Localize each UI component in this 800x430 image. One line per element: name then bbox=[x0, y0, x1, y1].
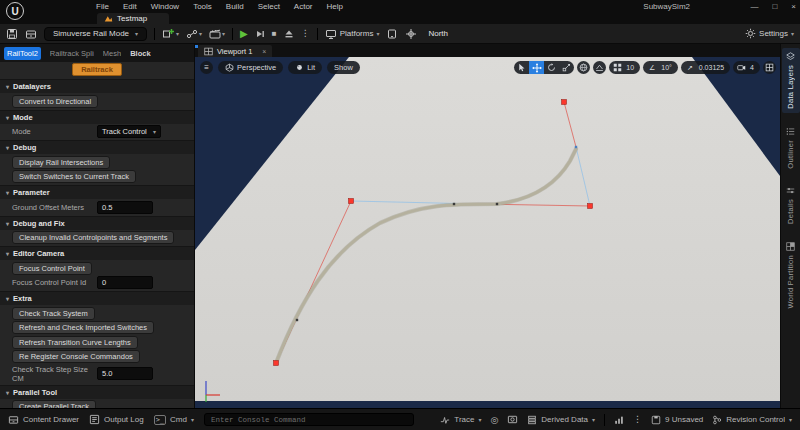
blueprints-button[interactable]: ▾ bbox=[186, 28, 202, 40]
menu-file[interactable]: File bbox=[96, 2, 109, 11]
section-header[interactable]: ▾Debug and Fix bbox=[0, 216, 194, 230]
field-select[interactable]: Track Control▾ bbox=[97, 125, 161, 138]
menu-actor[interactable]: Actor bbox=[294, 2, 313, 11]
show-dropdown[interactable]: Show bbox=[327, 61, 360, 74]
section-header[interactable]: ▾Parameter bbox=[0, 185, 194, 199]
panel-button[interactable]: Cleanup Invalid Controlpoints and Segmen… bbox=[12, 231, 174, 244]
panel-button[interactable]: Re Register Console Commandos bbox=[12, 350, 140, 363]
revision-control-dropdown[interactable]: Revision Control ▾ bbox=[712, 415, 792, 425]
screenshot-icon[interactable] bbox=[507, 414, 518, 425]
maximize-viewport-button[interactable] bbox=[763, 61, 776, 74]
frame-skip-button[interactable] bbox=[255, 29, 265, 39]
trace-dropdown[interactable]: Trace ▾ bbox=[440, 415, 481, 425]
select-tool[interactable] bbox=[514, 61, 529, 74]
field-input[interactable]: 5.0 bbox=[97, 367, 153, 380]
content-drawer-button[interactable]: Content Drawer bbox=[8, 414, 79, 425]
output-log-button[interactable]: Output Log bbox=[89, 414, 144, 425]
section-title: Debug and Fix bbox=[13, 219, 65, 228]
field-input[interactable]: 0 bbox=[97, 276, 153, 289]
viewport-options-hamburger[interactable]: ≡ bbox=[200, 61, 213, 74]
locate-icon[interactable] bbox=[405, 28, 417, 40]
save-icon[interactable] bbox=[6, 28, 18, 40]
surface-snap-toggle[interactable] bbox=[593, 61, 606, 74]
section-header[interactable]: ▾Extra bbox=[0, 291, 194, 305]
grid-snap-control[interactable]: 10 bbox=[609, 61, 640, 74]
scale-tool[interactable] bbox=[559, 61, 574, 74]
spline-mid-point[interactable] bbox=[496, 203, 498, 205]
tool-block[interactable]: Block bbox=[130, 49, 150, 58]
panel-button[interactable]: Refresh Transition Curve Lengths bbox=[12, 336, 138, 349]
add-actor-button[interactable]: ▾ bbox=[162, 27, 179, 40]
tab-outliner[interactable]: Outliner bbox=[782, 123, 800, 173]
close-icon[interactable]: × bbox=[262, 48, 266, 55]
panel-button[interactable]: Convert to Directional bbox=[12, 95, 98, 108]
menu-window[interactable]: Window bbox=[151, 2, 179, 11]
tab-data-layers[interactable]: Data Layers bbox=[782, 48, 800, 113]
control-point[interactable] bbox=[274, 361, 279, 366]
settings-dropdown[interactable]: Settings ▾ bbox=[745, 28, 794, 39]
close-button[interactable]: × bbox=[791, 2, 796, 11]
tool-railtrack-spline[interactable]: Railtrack Spline... bbox=[50, 49, 94, 58]
railtrack-button[interactable]: Railtrack bbox=[72, 63, 122, 76]
minimize-button[interactable]: — bbox=[750, 2, 758, 11]
move-tool[interactable] bbox=[529, 61, 544, 74]
perspective-dropdown[interactable]: Perspective bbox=[218, 61, 283, 74]
panel-button[interactable]: Check Track System bbox=[12, 307, 95, 320]
lit-dropdown[interactable]: Lit bbox=[288, 61, 322, 74]
camera-speed-control[interactable]: 4 bbox=[733, 61, 760, 74]
menu-select[interactable]: Select bbox=[258, 2, 280, 11]
restore-button[interactable]: □ bbox=[772, 2, 777, 11]
play-button[interactable]: ▶ bbox=[240, 29, 248, 39]
control-point[interactable] bbox=[349, 199, 354, 204]
tool-railtool2[interactable]: RailTool2 bbox=[4, 47, 41, 60]
play-options-kebab[interactable]: ⋮ bbox=[301, 29, 310, 38]
tab-viewport-1[interactable]: Viewport 1 × bbox=[198, 45, 272, 57]
menubar: File Edit Window Tools Build Select Acto… bbox=[96, 2, 343, 11]
panel-button[interactable]: Create Parallel Track bbox=[12, 400, 96, 408]
eject-button[interactable] bbox=[284, 29, 294, 39]
control-point[interactable] bbox=[562, 100, 567, 105]
spline-mid-point[interactable] bbox=[296, 319, 298, 321]
panel-button[interactable]: Display Rail Intersections bbox=[12, 156, 110, 169]
section-header[interactable]: ▾Editor Camera bbox=[0, 246, 194, 260]
stop-button[interactable]: ■ bbox=[272, 30, 277, 38]
tab-world-partition[interactable]: World Partition bbox=[782, 238, 800, 313]
section-header[interactable]: ▾Mode bbox=[0, 110, 194, 124]
world-space-toggle[interactable] bbox=[577, 61, 590, 74]
menu-edit[interactable]: Edit bbox=[123, 2, 137, 11]
panel-button[interactable]: Focus Control Point bbox=[12, 262, 92, 275]
field-input[interactable]: 0.5 bbox=[97, 201, 153, 214]
spline-mid-point[interactable] bbox=[575, 146, 577, 148]
menu-tools[interactable]: Tools bbox=[193, 2, 212, 11]
window-title: SubwaySim2 bbox=[643, 2, 690, 11]
chevron-down-icon: ▾ bbox=[135, 31, 138, 37]
console-command-input[interactable] bbox=[204, 413, 414, 426]
scale-snap-control[interactable]: ↗ 0.03125 bbox=[681, 61, 730, 74]
section-header[interactable]: ▾Datalayers bbox=[0, 79, 194, 93]
panel-button[interactable]: Refresh and Check Imported Switches bbox=[12, 321, 154, 334]
statusbar-kebab[interactable]: ⋮ bbox=[633, 415, 642, 424]
section-header[interactable]: ▾Debug bbox=[0, 140, 194, 154]
control-point[interactable] bbox=[588, 204, 593, 209]
unsaved-badge[interactable]: 9 Unsaved bbox=[651, 415, 703, 425]
tool-mesh[interactable]: Mesh bbox=[103, 49, 121, 58]
tab-details[interactable]: Details bbox=[782, 182, 800, 228]
editor-mode-select[interactable]: Simuverse Rail Mode ▾ bbox=[44, 27, 147, 41]
menu-help[interactable]: Help bbox=[327, 2, 343, 11]
viewport-3d-scene[interactable]: ≡ Perspective Lit Show bbox=[195, 57, 780, 408]
device-output-icon[interactable] bbox=[386, 28, 398, 40]
menu-build[interactable]: Build bbox=[226, 2, 244, 11]
section-header[interactable]: ▾Parallel Tool bbox=[0, 385, 194, 399]
cinematics-button[interactable]: ▾ bbox=[209, 28, 225, 40]
platforms-dropdown[interactable]: Platforms ▾ bbox=[325, 28, 380, 40]
rotation-snap-control[interactable]: ∠ 10° bbox=[643, 61, 678, 74]
cmd-dropdown[interactable]: >_ Cmd ▾ bbox=[154, 415, 194, 425]
rotate-tool[interactable] bbox=[544, 61, 559, 74]
performance-icon[interactable] bbox=[614, 415, 624, 425]
insights-target-button[interactable]: ◎ bbox=[490, 415, 498, 425]
content-browser-icon[interactable] bbox=[25, 28, 37, 40]
panel-button[interactable]: Switch Switches to Current Track bbox=[12, 170, 136, 183]
spline-mid-point[interactable] bbox=[453, 203, 455, 205]
tab-testmap[interactable]: Testmap bbox=[97, 13, 169, 24]
derived-data-dropdown[interactable]: Derived Data ▾ bbox=[527, 415, 595, 425]
